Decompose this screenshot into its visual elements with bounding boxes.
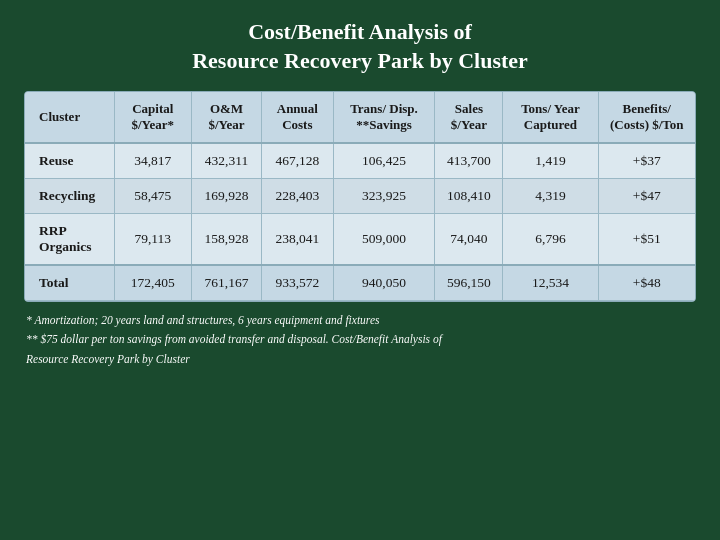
cell-capital: 34,817 xyxy=(114,143,191,179)
footnote-line3: Resource Recovery Park by Cluster xyxy=(26,351,694,368)
cell-tons: 12,534 xyxy=(503,265,598,301)
cell-cluster: RRP Organics xyxy=(25,214,114,266)
cost-benefit-table: Cluster Capital $/Year* O&M $/Year Annua… xyxy=(25,92,695,301)
cell-om: 169,928 xyxy=(191,179,261,214)
cell-benefits: +$51 xyxy=(598,214,695,266)
cell-om: 432,311 xyxy=(191,143,261,179)
col-header-tons: Tons/ Year Captured xyxy=(503,92,598,143)
data-table-wrapper: Cluster Capital $/Year* O&M $/Year Annua… xyxy=(24,91,696,302)
cell-tons: 6,796 xyxy=(503,214,598,266)
cell-trans: 323,925 xyxy=(333,179,435,214)
table-row: RRP Organics79,113158,928238,041509,0007… xyxy=(25,214,695,266)
cell-sales: 74,040 xyxy=(435,214,503,266)
cell-annual: 467,128 xyxy=(262,143,333,179)
table-header-row: Cluster Capital $/Year* O&M $/Year Annua… xyxy=(25,92,695,143)
title-line1: Cost/Benefit Analysis of xyxy=(248,19,472,44)
cell-annual: 238,041 xyxy=(262,214,333,266)
col-header-cluster: Cluster xyxy=(25,92,114,143)
footnote-line1: * Amortization; 20 years land and struct… xyxy=(26,312,694,329)
cell-trans: 106,425 xyxy=(333,143,435,179)
cell-om: 158,928 xyxy=(191,214,261,266)
col-header-sales: Sales $/Year xyxy=(435,92,503,143)
cell-cluster: Total xyxy=(25,265,114,301)
footnotes-section: * Amortization; 20 years land and struct… xyxy=(24,312,696,370)
cell-tons: 4,319 xyxy=(503,179,598,214)
table-row: Total172,405761,167933,572940,050596,150… xyxy=(25,265,695,301)
cell-trans: 940,050 xyxy=(333,265,435,301)
cell-benefits: +$37 xyxy=(598,143,695,179)
table-row: Reuse34,817432,311467,128106,425413,7001… xyxy=(25,143,695,179)
col-header-capital: Capital $/Year* xyxy=(114,92,191,143)
cell-om: 761,167 xyxy=(191,265,261,301)
cell-capital: 172,405 xyxy=(114,265,191,301)
cell-tons: 1,419 xyxy=(503,143,598,179)
cell-benefits: +$47 xyxy=(598,179,695,214)
table-row: Recycling58,475169,928228,403323,925108,… xyxy=(25,179,695,214)
col-header-annual: Annual Costs xyxy=(262,92,333,143)
cell-annual: 933,572 xyxy=(262,265,333,301)
cell-cluster: Recycling xyxy=(25,179,114,214)
page-title: Cost/Benefit Analysis of Resource Recove… xyxy=(192,18,528,75)
col-header-om: O&M $/Year xyxy=(191,92,261,143)
cell-cluster: Reuse xyxy=(25,143,114,179)
cell-sales: 108,410 xyxy=(435,179,503,214)
cell-sales: 413,700 xyxy=(435,143,503,179)
col-header-benefits: Benefits/ (Costs) $/Ton xyxy=(598,92,695,143)
cell-sales: 596,150 xyxy=(435,265,503,301)
col-header-trans: Trans/ Disp. **Savings xyxy=(333,92,435,143)
cell-benefits: +$48 xyxy=(598,265,695,301)
cell-capital: 79,113 xyxy=(114,214,191,266)
cell-annual: 228,403 xyxy=(262,179,333,214)
cell-trans: 509,000 xyxy=(333,214,435,266)
footnote-line2: ** $75 dollar per ton savings from avoid… xyxy=(26,331,694,348)
title-line2: Resource Recovery Park by Cluster xyxy=(192,48,528,73)
cell-capital: 58,475 xyxy=(114,179,191,214)
